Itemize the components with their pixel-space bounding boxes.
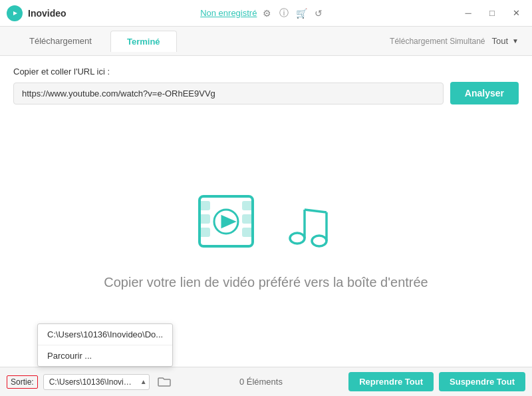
dropdown-item-path[interactable]: C:\Users\10136\Inovideo\Do...: [38, 324, 172, 345]
svg-rect-7: [243, 215, 253, 223]
tab-telechargement[interactable]: Téléchargement: [13, 31, 108, 51]
cart-icon[interactable]: 🛒: [295, 7, 307, 19]
url-input-row: Analyser: [13, 82, 519, 104]
analyser-button[interactable]: Analyser: [450, 82, 519, 104]
maximize-button[interactable]: □: [483, 4, 501, 23]
sortie-label: Sortie:: [7, 375, 38, 389]
svg-rect-4: [200, 215, 209, 223]
svg-marker-10: [222, 216, 234, 227]
settings-icon[interactable]: ⚙: [261, 7, 273, 19]
sortie-path-container: C:\Users\10136\Inovideo\Do... ▲: [43, 374, 150, 390]
main-content: Copier et coller l'URL ici : Analyser: [0, 56, 532, 367]
title-bar-icons: ⚙ ⓘ 🛒 ↺: [261, 7, 325, 19]
svg-point-13: [312, 236, 327, 246]
url-section: Copier et coller l'URL ici : Analyser: [0, 56, 532, 112]
info-icon[interactable]: ⓘ: [278, 7, 290, 19]
bottom-bar: Sortie: C:\Users\10136\Inovideo\Do... ▲ …: [0, 367, 532, 396]
app-logo: [7, 5, 23, 21]
svg-rect-6: [243, 202, 253, 210]
film-icon: [190, 190, 263, 259]
window-controls: ─ □ ✕: [459, 4, 525, 23]
elements-count: 0 Éléments: [179, 377, 344, 387]
svg-rect-8: [243, 228, 253, 236]
url-input[interactable]: [13, 83, 444, 104]
non-enregistre-link[interactable]: Non enregistré: [200, 8, 257, 18]
empty-state-text: Copier votre lien de vidéo préféré vers …: [104, 275, 428, 290]
tout-label[interactable]: Tout: [492, 36, 509, 46]
minimize-button[interactable]: ─: [459, 4, 477, 23]
empty-icons: [190, 190, 342, 259]
dropdown-arrow-icon[interactable]: ▼: [512, 37, 519, 45]
title-bar: Inovideo Non enregistré ⚙ ⓘ 🛒 ↺ ─ □ ✕: [0, 0, 532, 27]
sortie-path[interactable]: C:\Users\10136\Inovideo\Do...: [43, 374, 150, 390]
folder-icon[interactable]: [155, 373, 174, 391]
refresh-icon[interactable]: ↺: [313, 7, 325, 19]
tab-termine[interactable]: Terminé: [110, 31, 177, 52]
suspendre-tout-button[interactable]: Suspendre Tout: [439, 372, 525, 391]
app-title: Inovideo: [28, 8, 66, 19]
title-bar-left: Inovideo: [7, 5, 66, 21]
dropdown-menu: C:\Users\10136\Inovideo\Do... Parcourir …: [37, 323, 173, 367]
svg-rect-5: [200, 228, 209, 236]
close-button[interactable]: ✕: [507, 4, 525, 23]
svg-line-15: [305, 210, 327, 212]
svg-rect-3: [200, 202, 209, 210]
dropdown-item-parcourir[interactable]: Parcourir ...: [38, 345, 172, 366]
music-icon: [283, 193, 342, 256]
title-bar-center: Non enregistré ⚙ ⓘ 🛒 ↺: [200, 7, 325, 19]
simultane-label: Téléchargement Simultané: [390, 37, 485, 46]
svg-point-11: [290, 233, 305, 244]
reprendre-tout-button[interactable]: Reprendre Tout: [348, 372, 434, 391]
url-label: Copier et coller l'URL ici :: [13, 67, 519, 77]
tab-bar: Téléchargement Terminé Téléchargement Si…: [0, 27, 532, 56]
